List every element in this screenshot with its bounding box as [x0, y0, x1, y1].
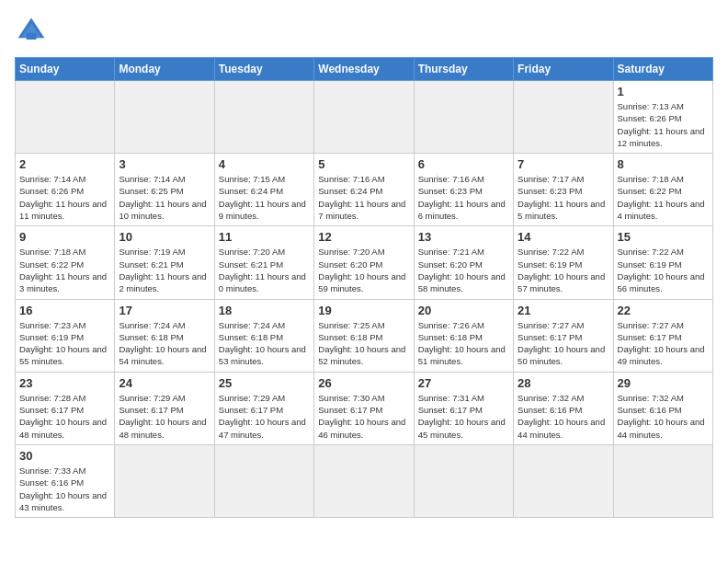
calendar-cell [414, 81, 513, 154]
header [15, 15, 713, 48]
logo [15, 15, 53, 48]
day-info: Sunrise: 7:14 AM Sunset: 6:25 PM Dayligh… [119, 173, 210, 222]
calendar-cell [514, 444, 613, 517]
calendar-week-5: 23Sunrise: 7:28 AM Sunset: 6:17 PM Dayli… [16, 372, 713, 444]
calendar-cell: 18Sunrise: 7:24 AM Sunset: 6:18 PM Dayli… [214, 299, 313, 372]
day-number: 14 [518, 230, 609, 244]
calendar-cell [613, 444, 712, 517]
day-number: 4 [219, 157, 310, 171]
day-number: 25 [219, 376, 310, 390]
calendar-cell: 13Sunrise: 7:21 AM Sunset: 6:20 PM Dayli… [414, 226, 513, 299]
day-info: Sunrise: 7:13 AM Sunset: 6:26 PM Dayligh… [618, 100, 709, 149]
day-info: Sunrise: 7:33 AM Sunset: 6:16 PM Dayligh… [19, 465, 110, 513]
day-number: 6 [418, 157, 509, 171]
calendar-cell: 28Sunrise: 7:32 AM Sunset: 6:16 PM Dayli… [514, 372, 613, 444]
day-info: Sunrise: 7:30 AM Sunset: 6:17 PM Dayligh… [318, 392, 409, 441]
day-info: Sunrise: 7:14 AM Sunset: 6:26 PM Dayligh… [19, 173, 110, 222]
day-number: 20 [418, 304, 509, 317]
calendar-cell [16, 81, 115, 154]
day-number: 17 [119, 304, 210, 317]
day-number: 23 [19, 376, 110, 390]
day-info: Sunrise: 7:25 AM Sunset: 6:18 PM Dayligh… [318, 319, 409, 368]
day-number: 8 [618, 157, 709, 171]
calendar-cell: 27Sunrise: 7:31 AM Sunset: 6:17 PM Dayli… [414, 372, 513, 444]
day-number: 27 [418, 376, 509, 390]
calendar-cell: 19Sunrise: 7:25 AM Sunset: 6:18 PM Dayli… [314, 299, 414, 372]
day-number: 5 [318, 157, 409, 171]
calendar-cell [514, 81, 613, 154]
calendar-cell: 30Sunrise: 7:33 AM Sunset: 6:16 PM Dayli… [16, 444, 115, 517]
calendar-cell: 14Sunrise: 7:22 AM Sunset: 6:19 PM Dayli… [514, 226, 613, 299]
day-info: Sunrise: 7:22 AM Sunset: 6:19 PM Dayligh… [618, 246, 709, 294]
calendar-cell: 6Sunrise: 7:16 AM Sunset: 6:23 PM Daylig… [414, 154, 513, 226]
day-info: Sunrise: 7:23 AM Sunset: 6:19 PM Dayligh… [19, 319, 110, 368]
calendar-week-2: 2Sunrise: 7:14 AM Sunset: 6:26 PM Daylig… [16, 154, 713, 226]
calendar-week-1: 1Sunrise: 7:13 AM Sunset: 6:26 PM Daylig… [16, 81, 713, 154]
calendar-cell [314, 444, 414, 517]
day-info: Sunrise: 7:15 AM Sunset: 6:24 PM Dayligh… [219, 173, 310, 222]
calendar-cell: 24Sunrise: 7:29 AM Sunset: 6:17 PM Dayli… [115, 372, 214, 444]
day-info: Sunrise: 7:27 AM Sunset: 6:17 PM Dayligh… [618, 319, 709, 368]
day-number: 10 [119, 230, 210, 244]
calendar-cell: 4Sunrise: 7:15 AM Sunset: 6:24 PM Daylig… [214, 154, 313, 226]
day-number: 21 [518, 304, 609, 317]
day-info: Sunrise: 7:26 AM Sunset: 6:18 PM Dayligh… [418, 319, 509, 368]
calendar-header-tuesday: Tuesday [214, 58, 313, 81]
day-info: Sunrise: 7:28 AM Sunset: 6:17 PM Dayligh… [19, 392, 110, 441]
calendar-cell: 16Sunrise: 7:23 AM Sunset: 6:19 PM Dayli… [16, 299, 115, 372]
calendar-cell: 10Sunrise: 7:19 AM Sunset: 6:21 PM Dayli… [115, 226, 214, 299]
day-info: Sunrise: 7:17 AM Sunset: 6:23 PM Dayligh… [518, 173, 609, 222]
calendar-cell [214, 444, 313, 517]
calendar-cell: 11Sunrise: 7:20 AM Sunset: 6:21 PM Dayli… [214, 226, 313, 299]
calendar-cell [115, 81, 214, 154]
day-number: 1 [618, 85, 709, 98]
day-number: 7 [518, 157, 609, 171]
calendar-header-monday: Monday [115, 58, 214, 81]
calendar-cell: 22Sunrise: 7:27 AM Sunset: 6:17 PM Dayli… [613, 299, 712, 372]
day-number: 22 [618, 304, 709, 317]
day-info: Sunrise: 7:18 AM Sunset: 6:22 PM Dayligh… [19, 246, 110, 294]
day-info: Sunrise: 7:24 AM Sunset: 6:18 PM Dayligh… [219, 319, 310, 368]
calendar-cell: 26Sunrise: 7:30 AM Sunset: 6:17 PM Dayli… [314, 372, 414, 444]
calendar-header-row: SundayMondayTuesdayWednesdayThursdayFrid… [16, 58, 713, 81]
calendar-header-friday: Friday [514, 58, 613, 81]
calendar: SundayMondayTuesdayWednesdayThursdayFrid… [15, 57, 713, 518]
calendar-cell: 1Sunrise: 7:13 AM Sunset: 6:26 PM Daylig… [613, 81, 712, 154]
calendar-cell [214, 81, 313, 154]
calendar-week-3: 9Sunrise: 7:18 AM Sunset: 6:22 PM Daylig… [16, 226, 713, 299]
day-number: 28 [518, 376, 609, 390]
calendar-cell: 17Sunrise: 7:24 AM Sunset: 6:18 PM Dayli… [115, 299, 214, 372]
calendar-cell: 9Sunrise: 7:18 AM Sunset: 6:22 PM Daylig… [16, 226, 115, 299]
day-info: Sunrise: 7:32 AM Sunset: 6:16 PM Dayligh… [618, 392, 709, 441]
day-info: Sunrise: 7:20 AM Sunset: 6:20 PM Dayligh… [318, 246, 409, 294]
day-info: Sunrise: 7:18 AM Sunset: 6:22 PM Dayligh… [618, 173, 709, 222]
calendar-cell [314, 81, 414, 154]
calendar-cell: 5Sunrise: 7:16 AM Sunset: 6:24 PM Daylig… [314, 154, 414, 226]
calendar-week-4: 16Sunrise: 7:23 AM Sunset: 6:19 PM Dayli… [16, 299, 713, 372]
calendar-header-wednesday: Wednesday [314, 58, 414, 81]
day-number: 15 [618, 230, 709, 244]
calendar-header-saturday: Saturday [613, 58, 712, 81]
svg-rect-2 [27, 33, 37, 40]
calendar-cell: 7Sunrise: 7:17 AM Sunset: 6:23 PM Daylig… [514, 154, 613, 226]
day-info: Sunrise: 7:16 AM Sunset: 6:24 PM Dayligh… [318, 173, 409, 222]
page: SundayMondayTuesdayWednesdayThursdayFrid… [0, 0, 728, 525]
day-info: Sunrise: 7:22 AM Sunset: 6:19 PM Dayligh… [518, 246, 609, 294]
logo-icon [15, 15, 48, 48]
day-number: 29 [618, 376, 709, 390]
day-number: 11 [219, 230, 310, 244]
day-number: 19 [318, 304, 409, 317]
calendar-cell: 2Sunrise: 7:14 AM Sunset: 6:26 PM Daylig… [16, 154, 115, 226]
calendar-cell: 23Sunrise: 7:28 AM Sunset: 6:17 PM Dayli… [16, 372, 115, 444]
calendar-cell [414, 444, 513, 517]
day-info: Sunrise: 7:29 AM Sunset: 6:17 PM Dayligh… [119, 392, 210, 441]
calendar-cell: 15Sunrise: 7:22 AM Sunset: 6:19 PM Dayli… [613, 226, 712, 299]
day-number: 24 [119, 376, 210, 390]
calendar-cell: 20Sunrise: 7:26 AM Sunset: 6:18 PM Dayli… [414, 299, 513, 372]
calendar-cell: 12Sunrise: 7:20 AM Sunset: 6:20 PM Dayli… [314, 226, 414, 299]
day-info: Sunrise: 7:31 AM Sunset: 6:17 PM Dayligh… [418, 392, 509, 441]
day-info: Sunrise: 7:24 AM Sunset: 6:18 PM Dayligh… [119, 319, 210, 368]
calendar-header-sunday: Sunday [16, 58, 115, 81]
calendar-cell: 3Sunrise: 7:14 AM Sunset: 6:25 PM Daylig… [115, 154, 214, 226]
day-info: Sunrise: 7:19 AM Sunset: 6:21 PM Dayligh… [119, 246, 210, 294]
